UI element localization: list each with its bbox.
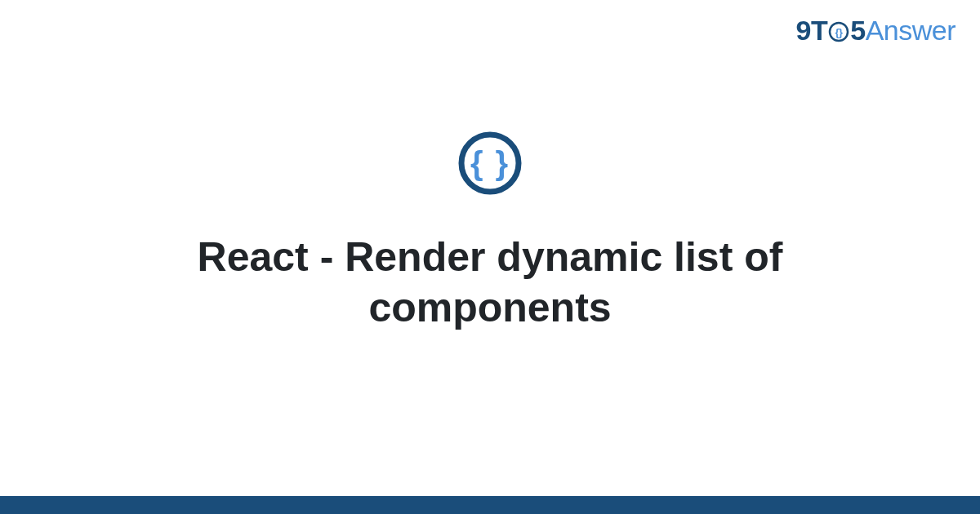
page-title: React - Render dynamic list of component… [122, 232, 858, 334]
footer-bar [0, 496, 980, 514]
main-content: { } React - Render dynamic list of compo… [0, 0, 980, 496]
svg-text:{ }: { } [470, 145, 510, 181]
braces-icon: { } [457, 131, 523, 199]
